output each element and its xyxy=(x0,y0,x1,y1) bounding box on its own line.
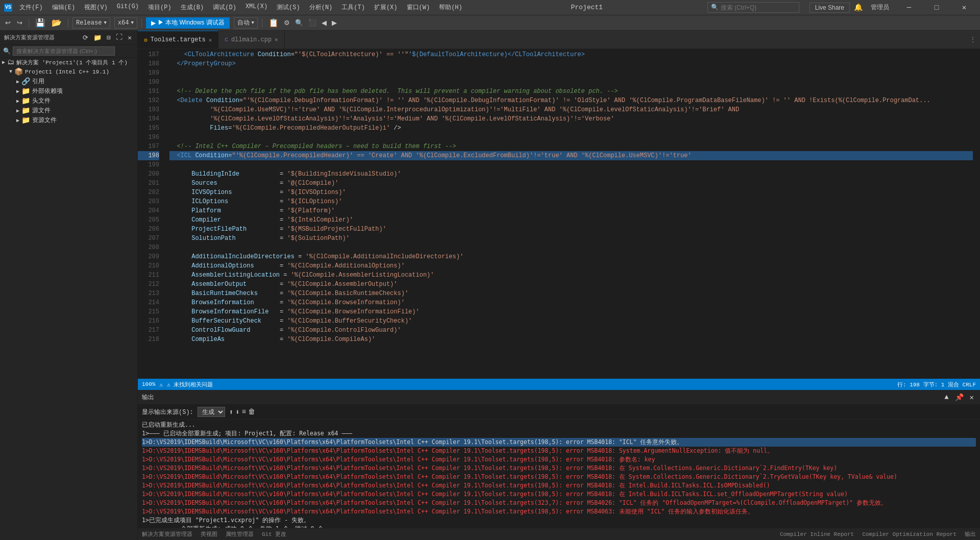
menu-edit[interactable]: 编辑(E) xyxy=(48,2,80,13)
sidebar-item-external-deps[interactable]: ▶ 📁 外部依赖项 xyxy=(0,86,137,96)
live-share-button[interactable]: Live Share xyxy=(810,3,850,13)
configuration-dropdown[interactable]: Release ▼ xyxy=(72,17,110,29)
search-box[interactable]: 🔍 xyxy=(707,2,799,13)
output-panel-header: 输出 ▲ 📌 ✕ xyxy=(138,390,980,405)
ln-215: 215 xyxy=(138,307,159,316)
ln-216: 216 xyxy=(138,316,159,326)
output-line-error-8: 1>D:\VS2019\IDEMSBuild\Microsoft\VC\v160… xyxy=(142,507,976,516)
toolbar-icon-5[interactable]: ◀ xyxy=(320,18,329,28)
output-icon-1[interactable]: ⬆ xyxy=(229,408,233,416)
code-line-202: ICVSOptions = '$(ICVSOptions)' xyxy=(169,188,973,197)
output-icon-4[interactable]: 🗑 xyxy=(248,408,255,416)
filter-icon[interactable]: ⊟ xyxy=(105,33,112,42)
sidebar-item-resources[interactable]: ▶ 📁 资源文件 xyxy=(0,115,137,125)
output-line-error-main[interactable]: 1>D:\VS2019\IDEMSBuild\Microsoft\VC\v160… xyxy=(142,438,976,447)
sidebar-close-icon[interactable]: ✕ xyxy=(126,33,133,42)
sidebar-item-references[interactable]: ▶ 🔗 引用 xyxy=(0,77,137,86)
search-solution-input[interactable] xyxy=(13,46,115,56)
toolbar-icon-6[interactable]: ▶ xyxy=(330,18,339,28)
auto-dropdown[interactable]: 自动 ▼ xyxy=(234,17,258,29)
run-button[interactable]: ▶ ▶ 本地 Windows 调试器 xyxy=(146,17,230,29)
sync-icon[interactable]: ⟳ xyxy=(81,33,90,42)
code-line-190 xyxy=(169,78,973,87)
output-pin-icon[interactable]: 📌 xyxy=(953,392,966,402)
ln-199: 199 xyxy=(138,160,159,169)
minimize-button[interactable]: ─ xyxy=(897,0,921,15)
tab-toolset-targets[interactable]: ⚙ Toolset.targets ✕ xyxy=(138,31,218,48)
output-up-icon[interactable]: ▲ xyxy=(942,392,950,402)
ln-210: 210 xyxy=(138,261,159,271)
code-line-187: <CLToolArchitecture Condition="'$(CLTool… xyxy=(169,50,973,59)
menu-project[interactable]: 项目(P) xyxy=(144,2,176,13)
output-close-icon[interactable]: ✕ xyxy=(968,392,976,402)
open-button[interactable]: 📂 xyxy=(50,17,64,29)
title-bar-left: VS 文件(F) 编辑(E) 视图(V) Git(G) 项目(P) 生成(B) … xyxy=(4,2,467,13)
menu-analyze[interactable]: 分析(N) xyxy=(305,2,337,13)
bottom-tab-solution-explorer[interactable]: 解决方案资源管理器 xyxy=(142,530,192,538)
menu-tools[interactable]: 工具(T) xyxy=(337,2,369,13)
sidebar-item-headers[interactable]: ▶ 📁 头文件 xyxy=(0,96,137,106)
ln-188: 188 xyxy=(138,59,159,68)
platform-dropdown[interactable]: x64 ▼ xyxy=(114,17,137,29)
tab-dllmain-cpp[interactable]: C dllmain.cpp ✕ xyxy=(218,31,284,48)
tab-close-toolset[interactable]: ✕ xyxy=(209,37,212,43)
undo-button[interactable]: ↩ xyxy=(3,18,13,28)
code-line-203: ICLOptions = '$(ICLOptions)' xyxy=(169,197,973,206)
maximize-button[interactable]: □ xyxy=(925,0,948,15)
ln-213: 213 xyxy=(138,289,159,298)
toolbar-icon-4[interactable]: ⬛ xyxy=(306,18,318,28)
output-icon-2[interactable]: ⬇ xyxy=(235,408,239,416)
menu-file[interactable]: 文件(F) xyxy=(15,2,47,13)
menu-window[interactable]: 窗口(W) xyxy=(403,2,434,13)
code-editor[interactable]: <CLToolArchitecture Condition="'$(CLTool… xyxy=(163,49,973,379)
code-line-199 xyxy=(169,160,973,169)
toolbar-icon-3[interactable]: 🔍 xyxy=(293,18,305,28)
toolbar-icon-1[interactable]: 📋 xyxy=(266,17,281,29)
ln-205: 205 xyxy=(138,215,159,225)
sidebar-item-sources[interactable]: ▶ 📁 源文件 xyxy=(0,106,137,115)
search-input[interactable] xyxy=(721,4,792,11)
menu-build[interactable]: 生成(B) xyxy=(177,2,208,13)
project-icon: 📦 xyxy=(14,67,23,76)
bottom-tab-git-changes[interactable]: Git 更改 xyxy=(262,530,286,538)
menu-debug[interactable]: 调试(D) xyxy=(209,2,240,13)
search-solution-icon: 🔍 xyxy=(3,47,11,55)
output-line-error-1: 1>D:\VS2019\IDEMSBuild\Microsoft\VC\v160… xyxy=(142,447,976,455)
bottom-tab-property-manager[interactable]: 属性管理器 xyxy=(226,530,254,538)
folder-icon[interactable]: 📁 xyxy=(92,33,103,42)
run-label: ▶ 本地 Windows 调试器 xyxy=(158,18,225,27)
tab-close-dllmain[interactable]: ✕ xyxy=(275,36,278,43)
output-line-error-7: 1>D:\VS2019\IDEMSBuild\Microsoft\VC\v160… xyxy=(142,499,976,507)
tab-bar: ⚙ Toolset.targets ✕ C dllmain.cpp ✕ ⋮ xyxy=(138,31,980,49)
chevron-down-icon-2: ▼ xyxy=(131,20,133,26)
manage-button[interactable]: 管理员 xyxy=(867,2,893,13)
code-line-192: <Delete Condition="'%(ClCompile.DebugInf… xyxy=(169,96,973,105)
menu-git[interactable]: Git(G) xyxy=(113,2,143,13)
output-icon-3[interactable]: ≡ xyxy=(242,408,246,416)
ln-187: 187 xyxy=(138,50,159,59)
menu-view[interactable]: 视图(V) xyxy=(80,2,112,13)
auto-label: 自动 xyxy=(237,18,250,27)
maximize-icon[interactable]: ⛶ xyxy=(114,33,124,42)
solution-node[interactable]: ▶ 🗂 解决方案 'Project1'(1 个项目共 1 个) xyxy=(0,58,137,67)
notification-icon[interactable]: 🔔 xyxy=(854,3,863,12)
sidebar-header: 解决方案资源管理器 ⟳ 📁 ⊟ ⛶ ✕ xyxy=(0,31,137,45)
tab-label-dllmain: dllmain.cpp xyxy=(231,36,272,43)
bottom-tab-compiler-opt[interactable]: Compiler Optimization Report xyxy=(862,531,957,537)
save-button[interactable]: 💾 xyxy=(33,17,47,29)
bottom-tab-class-view[interactable]: 类视图 xyxy=(201,530,217,538)
bottom-tab-output[interactable]: 输出 xyxy=(965,530,976,538)
editor-content: 187 188 189 190 191 192 193 194 195 196 … xyxy=(138,49,980,379)
tab-settings-icon[interactable]: ⋮ xyxy=(966,36,980,43)
redo-button[interactable]: ↪ xyxy=(15,18,24,28)
bottom-tab-compiler-inline[interactable]: Compiler Inline Report xyxy=(780,531,854,537)
toolbar-icon-2[interactable]: ⚙ xyxy=(282,18,292,28)
project-arrow: ▼ xyxy=(7,69,14,75)
project-node[interactable]: ▼ 📦 Project1 (Intel C++ 19.1) xyxy=(0,67,137,77)
output-source-select[interactable]: 生成 xyxy=(198,407,225,417)
menu-help[interactable]: 帮助(H) xyxy=(435,2,467,13)
menu-test[interactable]: 测试(S) xyxy=(273,2,304,13)
menu-extensions[interactable]: 扩展(X) xyxy=(370,2,402,13)
close-button[interactable]: ✕ xyxy=(952,0,976,15)
menu-xml[interactable]: XML(X) xyxy=(241,2,272,13)
